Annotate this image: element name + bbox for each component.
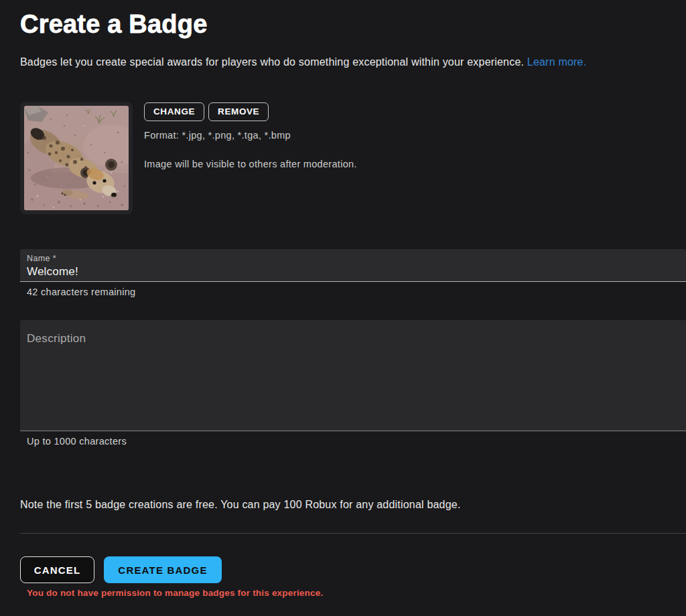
name-helper-text: 42 characters remaining: [27, 287, 686, 297]
create-badge-page: Create a Badge Badges let you create spe…: [0, 9, 686, 598]
description-helper-text: Up to 1000 characters: [27, 436, 686, 447]
format-hint: Format: *.jpg, *.png, *.tga, *.bmp: [144, 130, 357, 141]
name-field-label: Name *: [27, 254, 679, 263]
name-field-group: Name *: [20, 249, 686, 282]
description-field-group: [20, 320, 686, 431]
upload-info: CHANGE REMOVE Format: *.jpg, *.png, *.tg…: [144, 102, 357, 214]
moderation-hint: Image will be visible to others after mo…: [144, 159, 357, 169]
name-input[interactable]: [27, 263, 679, 279]
permission-error-text: You do not have permission to manage bad…: [27, 588, 686, 598]
badge-image-section: CHANGE REMOVE Format: *.jpg, *.png, *.tg…: [20, 102, 686, 214]
learn-more-link[interactable]: Learn more.: [527, 56, 586, 68]
page-title: Create a Badge: [20, 9, 686, 39]
divider: [20, 533, 686, 534]
badge-image-preview: [20, 102, 133, 214]
form-actions: CANCEL CREATE BADGE: [20, 556, 686, 583]
subtitle-text: Badges let you create special awards for…: [20, 56, 524, 68]
cancel-button[interactable]: CANCEL: [20, 556, 94, 583]
remove-image-button[interactable]: REMOVE: [208, 102, 269, 121]
pricing-note: Note the first 5 badge creations are fre…: [20, 499, 686, 511]
hyena-photo: [24, 106, 129, 210]
change-image-button[interactable]: CHANGE: [144, 102, 204, 121]
description-textarea[interactable]: [20, 320, 686, 431]
create-badge-button[interactable]: CREATE BADGE: [104, 556, 222, 583]
page-subtitle: Badges let you create special awards for…: [20, 56, 686, 68]
image-buttons: CHANGE REMOVE: [144, 102, 357, 121]
